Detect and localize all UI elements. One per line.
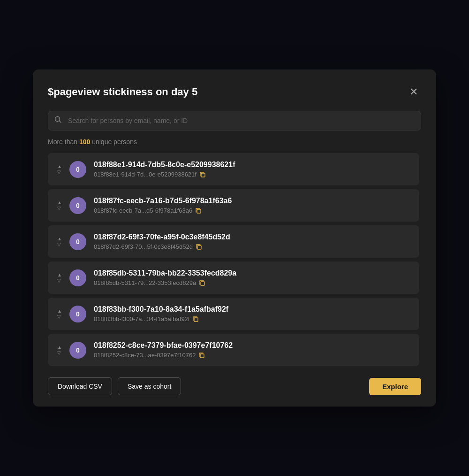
person-name: 018f8252-c8ce-7379-bfae-0397e7f10762 bbox=[94, 341, 410, 350]
avatar: 0 bbox=[69, 233, 86, 250]
svg-rect-3 bbox=[197, 209, 201, 213]
explore-button[interactable]: Explore bbox=[369, 378, 421, 395]
person-info: 018f83bb-f300-7a10-8a34-f1a5afbaf92f 018… bbox=[94, 305, 410, 322]
person-name: 018f88e1-914d-7db5-8c0e-e5209938621f bbox=[94, 161, 410, 169]
search-input[interactable] bbox=[48, 111, 421, 131]
modal-container: $pageview stickiness on day 5 ✕ More tha… bbox=[33, 69, 436, 407]
sort-icon[interactable]: ▲ ▽ bbox=[57, 273, 62, 283]
sort-icon[interactable]: ▲ ▽ bbox=[57, 345, 62, 355]
person-short-id: 018f87fc-eecb-7a...d5-6f978a1f63a6 bbox=[94, 207, 410, 214]
sort-icon[interactable]: ▲ ▽ bbox=[57, 237, 62, 247]
person-card[interactable]: ▲ ▽ 0 018f85db-5311-79ba-bb22-3353fecd82… bbox=[48, 261, 419, 294]
person-short-id: 018f87d2-69f3-70...5f-0c3e8f45d52d bbox=[94, 243, 410, 250]
svg-rect-4 bbox=[197, 246, 201, 249]
svg-rect-2 bbox=[201, 173, 205, 177]
search-icon bbox=[54, 116, 62, 125]
modal-header: $pageview stickiness on day 5 ✕ bbox=[48, 84, 421, 100]
person-card[interactable]: ▲ ▽ 0 018f83bb-f300-7a10-8a34-f1a5afbaf9… bbox=[48, 298, 419, 330]
download-csv-button[interactable]: Download CSV bbox=[48, 377, 112, 395]
svg-rect-6 bbox=[194, 318, 198, 322]
person-short-id: 018f83bb-f300-7a...34-f1a5afbaf92f bbox=[94, 315, 410, 322]
modal-backdrop: $pageview stickiness on day 5 ✕ More tha… bbox=[0, 0, 469, 476]
person-info: 018f87fc-eecb-7a16-b7d5-6f978a1f63a6 018… bbox=[94, 197, 410, 214]
svg-line-1 bbox=[60, 121, 61, 123]
person-card[interactable]: ▲ ▽ 0 018f8252-c8ce-7379-bfae-0397e7f107… bbox=[48, 334, 419, 366]
modal-title: $pageview stickiness on day 5 bbox=[48, 86, 197, 98]
modal-footer: Download CSV Save as cohort Explore bbox=[48, 376, 421, 395]
copy-icon[interactable] bbox=[195, 207, 202, 214]
copy-icon[interactable] bbox=[196, 244, 202, 250]
avatar: 0 bbox=[69, 306, 86, 322]
person-info: 018f8252-c8ce-7379-bfae-0397e7f10762 018… bbox=[94, 341, 410, 359]
copy-icon[interactable] bbox=[199, 171, 206, 178]
person-short-id: 018f88e1-914d-7d...0e-e5209938621f bbox=[94, 171, 410, 178]
save-cohort-button[interactable]: Save as cohort bbox=[118, 377, 181, 395]
sort-icon[interactable]: ▲ ▽ bbox=[57, 309, 62, 319]
person-card[interactable]: ▲ ▽ 0 018f87fc-eecb-7a16-b7d5-6f978a1f63… bbox=[48, 189, 419, 222]
person-card[interactable]: ▲ ▽ 0 018f88e1-914d-7db5-8c0e-e520993862… bbox=[48, 153, 419, 185]
person-name: 018f87fc-eecb-7a16-b7d5-6f978a1f63a6 bbox=[94, 197, 410, 205]
person-short-id: 018f8252-c8ce-73...ae-0397e7f10762 bbox=[94, 352, 410, 359]
person-info: 018f87d2-69f3-70fe-a95f-0c3e8f45d52d 018… bbox=[94, 233, 410, 250]
close-button[interactable]: ✕ bbox=[406, 84, 421, 100]
persons-count: More than 100 unique persons bbox=[48, 138, 421, 146]
persons-list: ▲ ▽ 0 018f88e1-914d-7db5-8c0e-e520993862… bbox=[48, 153, 421, 366]
avatar: 0 bbox=[69, 342, 86, 359]
sort-icon[interactable]: ▲ ▽ bbox=[57, 164, 62, 175]
person-name: 018f87d2-69f3-70fe-a95f-0c3e8f45d52d bbox=[94, 233, 410, 241]
close-icon: ✕ bbox=[409, 86, 418, 98]
copy-icon[interactable] bbox=[199, 280, 205, 286]
footer-left-buttons: Download CSV Save as cohort bbox=[48, 377, 181, 395]
person-short-id: 018f85db-5311-79...22-3353fecd829a bbox=[94, 279, 410, 286]
search-container bbox=[48, 111, 421, 131]
svg-rect-5 bbox=[201, 282, 204, 285]
avatar: 0 bbox=[69, 269, 86, 286]
person-name: 018f85db-5311-79ba-bb22-3353fecd829a bbox=[94, 269, 410, 277]
copy-icon[interactable] bbox=[192, 316, 199, 322]
person-info: 018f85db-5311-79ba-bb22-3353fecd829a 018… bbox=[94, 269, 410, 286]
sort-icon[interactable]: ▲ ▽ bbox=[57, 200, 62, 211]
person-info: 018f88e1-914d-7db5-8c0e-e5209938621f 018… bbox=[94, 161, 410, 178]
person-name: 018f83bb-f300-7a10-8a34-f1a5afbaf92f bbox=[94, 305, 410, 314]
svg-rect-7 bbox=[200, 354, 204, 358]
person-card[interactable]: ▲ ▽ 0 018f87d2-69f3-70fe-a95f-0c3e8f45d5… bbox=[48, 225, 419, 258]
copy-icon[interactable] bbox=[198, 352, 205, 359]
avatar: 0 bbox=[69, 161, 86, 178]
avatar: 0 bbox=[69, 197, 86, 214]
